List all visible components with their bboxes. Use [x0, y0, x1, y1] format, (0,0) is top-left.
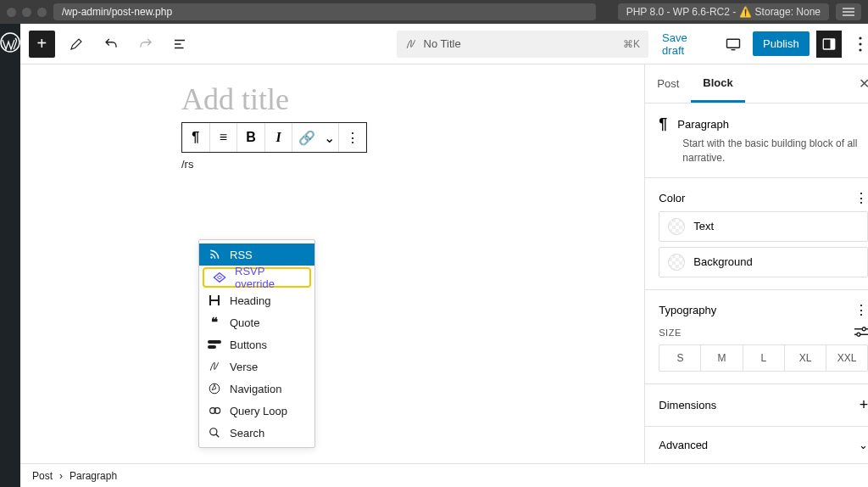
typography-panel-title: Typography: [659, 304, 716, 316]
redo-button[interactable]: [132, 31, 159, 58]
block-inserter-button[interactable]: +: [29, 31, 55, 58]
inserter-item-rsvp-override[interactable]: RSVP override: [203, 267, 311, 288]
env-status-text: PHP 8.0 - WP 6.6-RC2 -: [626, 3, 737, 20]
canvas-wrap: Add title ¶ ≡ B I 🔗 ⌄ ⋮ /rs RSS: [20, 64, 868, 463]
inserter-item-navigation[interactable]: Navigation: [199, 378, 314, 400]
sidebar-panel-icon: [821, 36, 837, 52]
breadcrumb-current[interactable]: Paragraph: [70, 470, 117, 482]
command-center-button[interactable]: No Title ⌘K: [397, 31, 649, 58]
navigation-icon: [208, 382, 221, 395]
font-size-custom-toggle[interactable]: [854, 327, 868, 339]
settings-sidebar: Post Block ✕ ¶ Paragraph Start with the …: [644, 64, 868, 463]
block-card-panel: ¶ Paragraph Start with the basic buildin…: [645, 104, 868, 178]
block-toolbar: ¶ ≡ B I 🔗 ⌄ ⋮: [181, 122, 367, 153]
editor-top-toolbar: + No Title ⌘K Save draft Publish: [20, 24, 868, 64]
address-bar[interactable]: /wp-admin/post-new.php: [53, 3, 596, 20]
command-center-shortcut: ⌘K: [623, 38, 648, 50]
list-view-icon: [172, 36, 187, 52]
tab-block[interactable]: Block: [691, 64, 744, 103]
close-window-dot[interactable]: [7, 8, 16, 17]
chevron-down-icon: ⌄: [859, 439, 868, 451]
sliders-icon: [854, 327, 868, 337]
inserter-item-buttons[interactable]: Buttons: [199, 333, 314, 355]
block-card-title: Paragraph: [677, 118, 729, 131]
device-preview-icon: [725, 36, 742, 53]
text-color-control[interactable]: Text: [659, 211, 868, 242]
edit-mode-button[interactable]: [64, 31, 90, 58]
override-icon: [213, 271, 226, 284]
link-button[interactable]: 🔗: [292, 123, 320, 152]
wordpress-logo-icon[interactable]: [0, 32, 20, 53]
query-loop-icon: [208, 404, 221, 417]
minimize-window-dot[interactable]: [22, 8, 31, 17]
svg-point-4: [860, 36, 862, 39]
inserter-item-label: Quote: [230, 316, 259, 329]
inserter-item-search[interactable]: Search: [199, 422, 314, 444]
options-menu-button[interactable]: [849, 31, 868, 58]
font-size-xxl[interactable]: XXL: [826, 345, 867, 371]
inserter-item-query-loop[interactable]: Query Loop: [199, 400, 314, 422]
svg-rect-9: [208, 345, 216, 349]
publish-button[interactable]: Publish: [753, 31, 810, 56]
undo-button[interactable]: [97, 31, 124, 58]
svg-rect-8: [208, 340, 221, 344]
chevron-right-icon: ›: [59, 470, 63, 482]
block-card-description: Start with the basic building block of a…: [682, 137, 868, 165]
block-options-button[interactable]: ⋮: [339, 123, 366, 152]
block-breadcrumb: Post › Paragraph: [20, 463, 868, 487]
search-icon: [208, 426, 221, 439]
sidebar-close-button[interactable]: ✕: [847, 76, 868, 92]
background-color-label: Background: [693, 255, 752, 268]
inserter-item-rss[interactable]: RSS: [199, 244, 314, 266]
pencil-icon: [69, 36, 84, 52]
browser-chrome: /wp-admin/post-new.php PHP 8.0 - WP 6.6-…: [0, 0, 868, 24]
env-status-pill: PHP 8.0 - WP 6.6-RC2 - ⚠️ Storage: None: [618, 3, 829, 20]
buttons-icon: [208, 338, 221, 351]
inserter-item-label: RSS: [230, 249, 253, 261]
inserter-item-label: Search: [230, 427, 264, 439]
color-panel-menu-button[interactable]: ⋮: [854, 190, 868, 206]
inserter-item-quote[interactable]: ❝ Quote: [199, 311, 314, 333]
inserter-item-label: Heading: [230, 294, 270, 307]
zoom-window-dot[interactable]: [37, 8, 47, 17]
color-panel-title: Color: [659, 192, 685, 204]
paragraph-slash-input[interactable]: /rs: [181, 158, 644, 171]
breadcrumb-root[interactable]: Post: [32, 470, 53, 482]
app-root: + No Title ⌘K Save draft Publish Add tit…: [0, 24, 868, 487]
font-size-m[interactable]: M: [701, 345, 743, 371]
save-draft-button[interactable]: Save draft: [657, 31, 714, 57]
font-size-l[interactable]: L: [743, 345, 785, 371]
typography-panel-menu-button[interactable]: ⋮: [854, 302, 868, 318]
preview-button[interactable]: [721, 31, 746, 58]
inserter-item-label: Verse: [230, 361, 258, 373]
block-align-button[interactable]: ≡: [210, 123, 238, 152]
post-title-placeholder[interactable]: Add title: [181, 81, 644, 117]
inserter-item-label: Navigation: [230, 383, 281, 395]
svg-point-12: [862, 327, 865, 330]
advanced-panel-header[interactable]: Advanced ⌄: [645, 427, 868, 463]
font-size-s[interactable]: S: [659, 345, 701, 371]
inserter-item-heading[interactable]: Heading: [199, 289, 314, 311]
font-size-xl[interactable]: XL: [785, 345, 826, 371]
more-rich-text-button[interactable]: ⌄: [320, 123, 339, 152]
tab-post[interactable]: Post: [645, 64, 691, 103]
italic-button[interactable]: I: [265, 123, 293, 152]
svg-point-7: [210, 256, 212, 258]
browser-menu-button[interactable]: [836, 3, 861, 20]
background-color-control[interactable]: Background: [659, 247, 868, 277]
editor-canvas[interactable]: Add title ¶ ≡ B I 🔗 ⌄ ⋮ /rs RSS: [20, 64, 644, 463]
kebab-icon: [859, 36, 862, 52]
background-color-swatch: [668, 254, 685, 271]
dimensions-panel-header[interactable]: Dimensions +: [645, 384, 868, 427]
wordpress-rail: [0, 24, 20, 487]
inserter-item-label: Query Loop: [230, 405, 287, 417]
block-type-button[interactable]: ¶: [182, 123, 210, 152]
text-color-label: Text: [693, 220, 714, 232]
settings-sidebar-toggle[interactable]: [816, 31, 842, 58]
bold-button[interactable]: B: [237, 123, 265, 152]
inserter-item-verse[interactable]: Verse: [199, 355, 314, 378]
document-overview-button[interactable]: [167, 31, 193, 58]
advanced-panel-title: Advanced: [659, 439, 708, 451]
inserter-item-label: RSVP override: [235, 265, 301, 290]
font-size-presets: S M L XL XXL: [659, 344, 868, 372]
